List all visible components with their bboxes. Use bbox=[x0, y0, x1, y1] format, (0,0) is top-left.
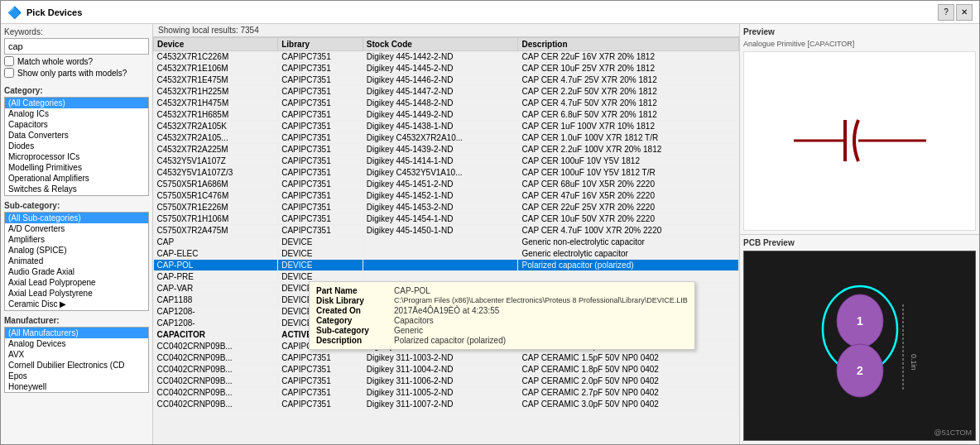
table-row[interactable]: CAPDEVICEGeneric non-electrolytic capaci… bbox=[154, 237, 739, 248]
table-row[interactable]: C4532Y5V1A107Z/3CAPIPC7351Digikey C4532Y… bbox=[154, 167, 739, 179]
table-row[interactable]: CC0402CRNP09B...CAPIPC7351Digikey 311-10… bbox=[154, 376, 739, 387]
table-row[interactable]: C4532X7R2A105KCAPIPC7351Digikey 445-1438… bbox=[154, 121, 739, 132]
show-only-models-checkbox[interactable] bbox=[4, 68, 14, 78]
sub-category-item-axial-lead-polypropene[interactable]: Axial Lead Polypropene bbox=[5, 277, 148, 288]
category-item-transducers[interactable]: Transducers bbox=[5, 194, 148, 196]
table-cell bbox=[363, 260, 518, 271]
manufacturer-item-epos[interactable]: Epos bbox=[5, 371, 148, 381]
svg-text:2: 2 bbox=[857, 364, 863, 377]
category-item-operational-amplifiers[interactable]: Operational Amplifiers bbox=[5, 173, 148, 184]
table-cell: C4532X7R2A105K bbox=[154, 121, 278, 132]
manufacturer-list[interactable]: (All Manufacturers) Analog Devices AVX C… bbox=[4, 327, 149, 393]
table-row[interactable]: C5750X7R1E226MCAPIPC7351Digikey 445-1453… bbox=[154, 202, 739, 213]
table-row[interactable]: CC0402CRNP09B...CAPIPC7351Digikey 311-10… bbox=[154, 387, 739, 399]
table-row[interactable]: C4532Y5V1A107ZCAPIPC7351Digikey 445-1414… bbox=[154, 156, 739, 167]
manufacturer-item-honeywell[interactable]: Honeywell bbox=[5, 381, 148, 392]
table-cell: CAP CER 100uF 10V Y5V 1812 T/R bbox=[518, 167, 739, 179]
table-cell: CAPIPC7351 bbox=[278, 63, 363, 74]
category-item-data-converters[interactable]: Data Converters bbox=[5, 130, 148, 141]
table-row[interactable]: C4532X7R1E106MCAPIPC7351Digikey 445-1445… bbox=[154, 63, 739, 74]
table-cell: DEVICE bbox=[278, 237, 363, 248]
table-cell: CAP1208- bbox=[154, 306, 278, 318]
table-row[interactable]: CC0402CRNP09B...CAPIPC7351Digikey 311-10… bbox=[154, 399, 739, 410]
table-cell: Digikey C4532Y5V1A10... bbox=[363, 167, 518, 179]
title-bar-left: 🔷 Pick Devices bbox=[7, 6, 82, 19]
table-cell: C4532X7R1E106M bbox=[154, 63, 278, 74]
table-cell: CAPACITOR bbox=[154, 329, 278, 341]
table-row[interactable]: CC0402CRNP09B...CAPIPC7351Digikey 311-10… bbox=[154, 364, 739, 376]
pcb-section: PCB Preview 1 2 bbox=[740, 235, 979, 445]
table-cell: Generic non-electrolytic capacitor bbox=[518, 237, 739, 248]
close-button[interactable]: ✕ bbox=[956, 4, 973, 21]
table-cell: CC0402CRNP09B... bbox=[154, 376, 278, 387]
table-row[interactable]: C4532X7R1C226MCAPIPC7351Digikey 445-1442… bbox=[154, 51, 739, 63]
table-row[interactable]: C4532X7R2A225MCAPIPC7351Digikey 445-1439… bbox=[154, 144, 739, 156]
table-cell: Digikey 445-1451-2-ND bbox=[363, 179, 518, 190]
table-row[interactable]: C5750X7R2A475MCAPIPC7351Digikey 445-1450… bbox=[154, 225, 739, 237]
table-cell: Digikey 445-1448-2-ND bbox=[363, 98, 518, 109]
table-row[interactable]: CAP-POLDEVICEPolarized capacitor (polari… bbox=[154, 260, 739, 271]
table-cell: CAP CER 47uF 16V X5R 20% 2220 bbox=[518, 190, 739, 202]
manufacturer-item-avx[interactable]: AVX bbox=[5, 349, 148, 360]
match-whole-words-label: Match whole words? bbox=[17, 57, 93, 66]
table-row[interactable]: C4532X7R2A105...CAPIPC7351Digikey C4532X… bbox=[154, 132, 739, 144]
table-cell: CAP-POL bbox=[154, 260, 278, 271]
sub-category-item-analog-spice[interactable]: Analog (SPICE) bbox=[5, 245, 148, 256]
col-device[interactable]: Device bbox=[154, 38, 278, 51]
table-row[interactable]: CC0402CRNP09B...CAPIPC7351Digikey 311-10… bbox=[154, 352, 739, 364]
table-row[interactable]: C4532X7R1E475MCAPIPC7351Digikey 445-1446… bbox=[154, 74, 739, 86]
manufacturer-item-cornell[interactable]: Cornell Dubilier Electronics (CD bbox=[5, 360, 148, 371]
table-cell: CAPIPC7351 bbox=[278, 98, 363, 109]
table-row[interactable]: C4532X7R1H225MCAPIPC7351Digikey 445-1447… bbox=[154, 86, 739, 98]
sub-category-item-audio-grade-axial[interactable]: Audio Grade Axial bbox=[5, 266, 148, 277]
category-item-analog-ics[interactable]: Analog ICs bbox=[5, 108, 148, 119]
title-bar: 🔷 Pick Devices ? ✕ bbox=[1, 1, 979, 24]
table-cell: Digikey 445-1446-2-ND bbox=[363, 74, 518, 86]
category-item-capacitors[interactable]: Capacitors bbox=[5, 119, 148, 130]
table-cell: Digikey 311-1003-2-ND bbox=[363, 352, 518, 364]
manufacturer-item-all[interactable]: (All Manufacturers) bbox=[5, 328, 148, 338]
table-cell: CAP CER 4.7uF 50V X7R 20% 1812 bbox=[518, 98, 739, 109]
sub-category-item-animated[interactable]: Animated bbox=[5, 256, 148, 266]
sub-category-list[interactable]: (All Sub-categories) A/D Converters Ampl… bbox=[4, 212, 149, 311]
table-cell: CAP CER 6.8uF 50V X7R 20% 1812 bbox=[518, 109, 739, 121]
sub-category-item-ceramic-disc[interactable]: Ceramic Disc bbox=[5, 299, 148, 309]
help-button[interactable]: ? bbox=[938, 4, 954, 21]
table-cell: C4532X7R2A105... bbox=[154, 132, 278, 144]
category-item-all[interactable]: (All Categories) bbox=[5, 98, 148, 108]
manufacturer-item-analog-devices[interactable]: Analog Devices bbox=[5, 338, 148, 349]
sub-category-item-amplifiers[interactable]: Amplifiers bbox=[5, 234, 148, 245]
sub-category-item-axial-lead-polystyrene[interactable]: Axial Lead Polystyrene bbox=[5, 288, 148, 299]
col-library[interactable]: Library bbox=[278, 38, 363, 51]
table-cell: Digikey 445-1447-2-ND bbox=[363, 86, 518, 98]
table-cell: C4532X7R1C226M bbox=[154, 51, 278, 63]
table-row[interactable]: C5750X5R1C476MCAPIPC7351Digikey 445-1452… bbox=[154, 190, 739, 202]
table-row[interactable]: C4532X7R1H685MCAPIPC7351Digikey 445-1449… bbox=[154, 109, 739, 121]
col-stock-code[interactable]: Stock Code bbox=[363, 38, 518, 51]
sub-category-item-ad-converters[interactable]: A/D Converters bbox=[5, 223, 148, 234]
table-row[interactable]: C4532X7R1H475MCAPIPC7351Digikey 445-1448… bbox=[154, 98, 739, 109]
main-content: Keywords: Match whole words? Show only p… bbox=[1, 24, 979, 444]
tooltip-category-value: Capacitors bbox=[394, 316, 434, 325]
table-cell: CAP CERAMIC 2.0pF 50V NP0 0402 bbox=[518, 376, 739, 387]
keywords-input[interactable] bbox=[4, 38, 149, 55]
match-whole-words-checkbox[interactable] bbox=[4, 56, 14, 66]
svg-text:1: 1 bbox=[857, 314, 863, 328]
table-row[interactable]: C5750X5R1A686MCAPIPC7351Digikey 445-1451… bbox=[154, 179, 739, 190]
table-cell: Polarized capacitor (polarized) bbox=[518, 260, 739, 271]
match-whole-words-row: Match whole words? bbox=[4, 56, 149, 66]
table-cell: CAPIPC7351 bbox=[278, 225, 363, 237]
table-wrapper[interactable]: Device Library Stock Code Description C4… bbox=[153, 37, 739, 444]
table-row[interactable]: CAP-ELECDEVICEGeneric electrolytic capac… bbox=[154, 248, 739, 260]
col-description[interactable]: Description bbox=[518, 38, 739, 51]
table-row[interactable]: C5750X7R1H106MCAPIPC7351Digikey 445-1454… bbox=[154, 213, 739, 225]
table-cell: Digikey 445-1450-1-ND bbox=[363, 225, 518, 237]
category-item-modelling-primitives[interactable]: Modelling Primitives bbox=[5, 162, 148, 173]
tooltip-description-value: Polarized capacitor (polarized) bbox=[394, 336, 506, 345]
sub-category-item-all[interactable]: (All Sub-categories) bbox=[5, 213, 148, 223]
category-list[interactable]: (All Categories) Analog ICs Capacitors D… bbox=[4, 97, 149, 196]
category-item-diodes[interactable]: Diodes bbox=[5, 141, 148, 151]
category-item-switches-relays[interactable]: Switches & Relays bbox=[5, 184, 148, 194]
table-cell: Digikey 445-1449-2-ND bbox=[363, 109, 518, 121]
category-item-microprocessor-ics[interactable]: Microprocessor ICs bbox=[5, 151, 148, 162]
